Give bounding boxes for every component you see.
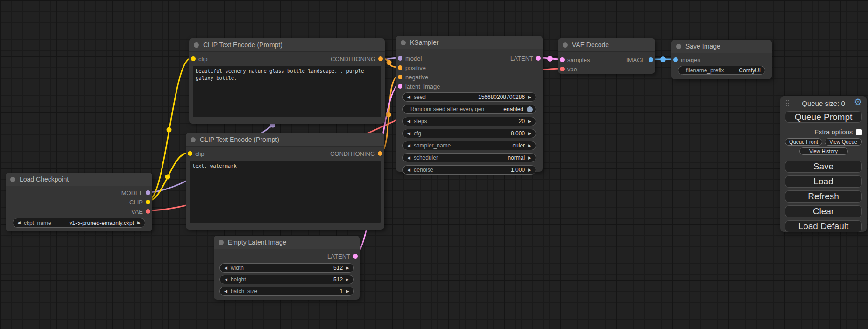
output-port-latent[interactable] <box>536 56 541 61</box>
widget-width[interactable]: ◀ width 512 ▶ <box>219 263 354 273</box>
output-port-latent[interactable] <box>353 254 358 259</box>
widget-label: Random seed after every gen <box>410 106 484 112</box>
queue-front-button[interactable]: Queue Front <box>785 138 822 146</box>
collapse-dot-icon[interactable] <box>563 42 568 48</box>
widget-cfg[interactable]: ◀ cfg 8.000 ▶ <box>402 129 536 138</box>
output-port-clip[interactable] <box>146 200 150 204</box>
node-clip-text-encode-negative[interactable]: CLIP Text Encode (Prompt) clip CONDITION… <box>186 133 384 230</box>
widget-height[interactable]: ◀ height 512 ▶ <box>219 275 354 284</box>
node-title-bar[interactable]: Save Image <box>671 40 772 53</box>
input-port-negative[interactable] <box>398 75 402 79</box>
input-port-model[interactable] <box>398 56 402 61</box>
port-label: samples <box>567 56 590 63</box>
wire-midpoint-dot <box>660 56 666 62</box>
node-title-bar[interactable]: Load Checkpoint <box>6 173 152 186</box>
input-port-clip[interactable] <box>191 56 196 61</box>
increment-arrow-icon[interactable]: ▶ <box>346 278 349 282</box>
load-default-button[interactable]: Load Default <box>785 220 862 232</box>
view-history-button[interactable]: View History <box>799 147 848 155</box>
toggle-icon[interactable] <box>527 106 533 112</box>
settings-gear-icon[interactable]: ⚙ <box>854 98 862 106</box>
node-vae-decode[interactable]: VAE Decode samples IMAGE vae <box>558 38 655 74</box>
decrement-arrow-icon[interactable]: ◀ <box>224 278 227 282</box>
widget-seed[interactable]: ◀ seed 156680208700286 ▶ <box>402 92 536 102</box>
decrement-arrow-icon[interactable]: ◀ <box>407 168 410 172</box>
increment-arrow-icon[interactable]: ▶ <box>528 119 531 124</box>
collapse-dot-icon[interactable] <box>401 40 406 45</box>
decrement-arrow-icon[interactable]: ◀ <box>17 221 21 225</box>
queue-prompt-button[interactable]: Queue Prompt <box>785 111 862 123</box>
load-button[interactable]: Load <box>785 175 862 188</box>
prompt-textarea[interactable]: text, watermark <box>190 161 381 223</box>
node-title-bar[interactable]: CLIP Text Encode (Prompt) <box>186 133 384 147</box>
wire-midpoint-dot <box>387 60 392 65</box>
increment-arrow-icon[interactable]: ▶ <box>528 156 531 160</box>
widget-denoise[interactable]: ◀ denoise 1.000 ▶ <box>402 165 536 175</box>
output-port-conditioning[interactable] <box>378 56 383 61</box>
output-port-vae[interactable] <box>146 209 150 214</box>
collapse-dot-icon[interactable] <box>194 42 199 48</box>
increment-arrow-icon[interactable]: ▶ <box>528 168 531 172</box>
input-port-vae[interactable] <box>560 67 565 71</box>
node-title: Empty Latent Image <box>228 238 286 246</box>
increment-arrow-icon[interactable]: ▶ <box>528 144 531 148</box>
prompt-textarea[interactable]: beautiful scenery nature glass bottle la… <box>193 66 381 117</box>
clear-button[interactable]: Clear <box>785 205 862 217</box>
node-title-bar[interactable]: KSampler <box>396 36 543 49</box>
port-label: clip <box>198 56 208 63</box>
widget-scheduler[interactable]: ◀ scheduler normal ▶ <box>402 153 536 162</box>
widget-label: denoise <box>414 167 433 173</box>
node-title-bar[interactable]: CLIP Text Encode (Prompt) <box>189 38 385 52</box>
widget-batch-size[interactable]: ◀ batch_size 1 ▶ <box>219 287 354 296</box>
widget-ckpt-name[interactable]: ◀ ckpt_name v1-5-pruned-emaonly.ckpt ▶ <box>13 218 145 228</box>
input-port-positive[interactable] <box>398 65 402 70</box>
collapse-dot-icon[interactable] <box>10 177 15 182</box>
drag-handle-icon[interactable] <box>786 100 789 106</box>
increment-arrow-icon[interactable]: ▶ <box>137 221 141 225</box>
node-empty-latent-image[interactable]: Empty Latent Image LATENT ◀ width 512 ▶ … <box>214 236 360 300</box>
node-title-bar[interactable]: Empty Latent Image <box>214 236 360 249</box>
refresh-button[interactable]: Refresh <box>785 190 862 203</box>
node-ksampler[interactable]: KSampler model LATENT positive <box>396 36 543 172</box>
increment-arrow-icon[interactable]: ▶ <box>528 132 531 136</box>
node-save-image[interactable]: Save Image images filename_prefix ComfyU… <box>671 40 772 79</box>
widget-value: 1.000 <box>511 167 525 173</box>
widget-steps[interactable]: ◀ steps 20 ▶ <box>402 117 536 126</box>
input-port-clip[interactable] <box>188 151 192 156</box>
decrement-arrow-icon[interactable]: ◀ <box>407 95 410 99</box>
widget-value: enabled <box>503 106 523 112</box>
output-port-image[interactable] <box>649 57 653 62</box>
queue-panel: Queue size: 0 ⚙ Queue Prompt Extra optio… <box>780 96 867 232</box>
widget-filename-prefix[interactable]: filename_prefix ComfyUI <box>678 66 765 75</box>
widget-sampler-name[interactable]: ◀ sampler_name euler ▶ <box>402 141 536 150</box>
port-row: positive <box>396 63 543 72</box>
decrement-arrow-icon[interactable]: ◀ <box>407 132 410 136</box>
decrement-arrow-icon[interactable]: ◀ <box>407 119 410 124</box>
output-port-conditioning[interactable] <box>378 151 382 156</box>
save-button[interactable]: Save <box>785 161 862 173</box>
increment-arrow-icon[interactable]: ▶ <box>346 289 349 294</box>
increment-arrow-icon[interactable]: ▶ <box>528 95 531 99</box>
input-port-images[interactable] <box>673 57 678 62</box>
input-port-latent-image[interactable] <box>398 84 402 89</box>
widget-value: 512 <box>333 265 343 271</box>
collapse-dot-icon[interactable] <box>676 44 681 49</box>
node-clip-text-encode-positive[interactable]: CLIP Text Encode (Prompt) clip CONDITION… <box>189 38 385 124</box>
widget-random-seed-toggle[interactable]: Random seed after every gen enabled <box>402 105 536 114</box>
output-port-model[interactable] <box>146 190 150 195</box>
view-queue-button[interactable]: View Queue <box>825 138 862 146</box>
node-graph-canvas[interactable]: Load Checkpoint MODEL CLIP VAE ◀ ckpt_na… <box>0 0 868 329</box>
node-title-bar[interactable]: VAE Decode <box>558 38 655 52</box>
extra-options-checkbox[interactable] <box>856 129 862 135</box>
decrement-arrow-icon[interactable]: ◀ <box>407 144 410 148</box>
decrement-arrow-icon[interactable]: ◀ <box>224 266 227 270</box>
decrement-arrow-icon[interactable]: ◀ <box>407 156 410 160</box>
collapse-dot-icon[interactable] <box>191 137 196 142</box>
decrement-arrow-icon[interactable]: ◀ <box>224 289 227 294</box>
port-label: positive <box>405 64 426 71</box>
port-label: MODEL <box>121 189 143 196</box>
collapse-dot-icon[interactable] <box>219 240 224 245</box>
input-port-samples[interactable] <box>560 57 565 62</box>
node-load-checkpoint[interactable]: Load Checkpoint MODEL CLIP VAE ◀ ckpt_na… <box>6 173 152 231</box>
increment-arrow-icon[interactable]: ▶ <box>346 266 349 270</box>
